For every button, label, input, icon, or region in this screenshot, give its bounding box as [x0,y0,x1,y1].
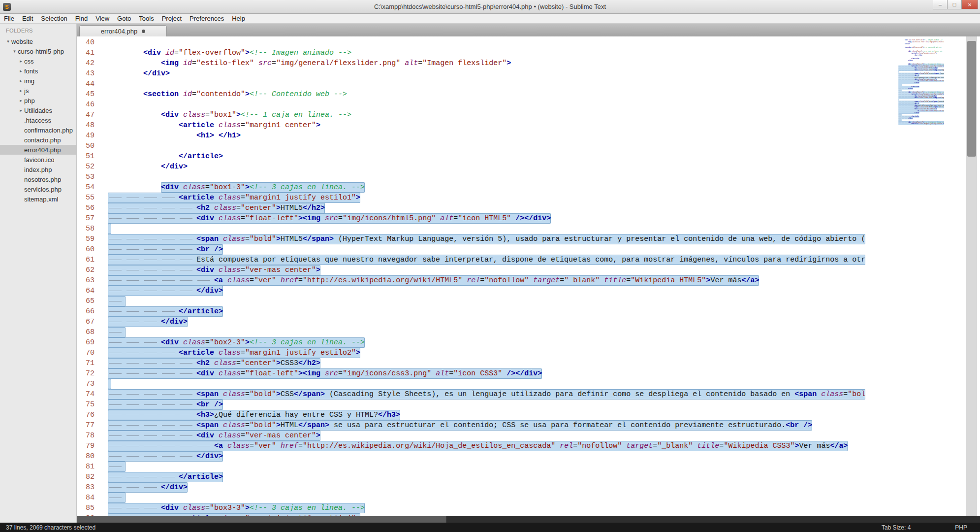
code-line[interactable]: 75<br /> [77,399,980,410]
code-line[interactable]: 62<div class="ver-mas center"> [77,265,980,275]
line-content: <div class="box1-3"><!-- 3 cajas en line… [101,182,365,193]
menu-tools[interactable]: Tools [135,14,158,23]
tree-item-img[interactable]: ▸img [0,76,76,86]
code-line[interactable]: 53 [77,172,980,182]
menu-file[interactable]: File [0,14,18,23]
maximize-button[interactable]: □ [947,0,962,9]
code-line[interactable]: 50 [77,141,980,151]
code-line[interactable]: 85<div class="box3-3"><!-- 3 cajas en li… [77,503,980,513]
code-line[interactable]: 71<h2 class="center">CSS3</h2> [77,358,980,368]
code-line[interactable]: 65 [77,296,980,306]
code-line[interactable]: 70<article class="margin1 justify estilo… [77,348,980,358]
code-line[interactable]: 72<div class="float-left"><img src="img/… [77,368,980,379]
code-line[interactable]: 44 [77,79,980,89]
code-line[interactable]: 46 [77,100,980,110]
code-line[interactable]: 84 [77,493,980,503]
chevron-right-icon[interactable]: ▸ [18,68,24,73]
tree-item-contacto-php[interactable]: contacto.php [0,135,76,145]
code-line[interactable]: 56<h2 class="center">HTML5</h2> [77,203,980,213]
tree-item-index-php[interactable]: index.php [0,165,76,174]
menu-goto[interactable]: Goto [113,14,135,23]
minimize-button[interactable]: – [933,0,948,9]
code-line[interactable]: 80</div> [77,451,980,462]
vertical-scrollbar[interactable] [966,36,977,516]
tab-error404-php[interactable]: error404.php [79,25,167,36]
code-line[interactable]: 77<span class="bold">HTML</span> se usa … [77,420,980,431]
code-line[interactable]: 76<h3>¿Qué diferencia hay entre CSS y HT… [77,410,980,420]
code-lines[interactable]: 4041<div id="flex-overflow"><!-- Imagen … [77,36,980,516]
tree-item-favicon-ico[interactable]: favicon.ico [0,155,76,165]
tree-item-css[interactable]: ▸css [0,56,76,66]
code-line[interactable]: 69<div class="box2-3"><!-- 3 cajas en li… [77,337,980,348]
line-content: <div class="box2-3"><!-- 3 cajas en line… [101,337,365,348]
code-line[interactable]: 54<div class="box1-3"><!-- 3 cajas en li… [77,182,980,193]
menu-preferences[interactable]: Preferences [186,14,228,23]
code-line[interactable]: 63<a class="ver" href="http://es.wikiped… [77,275,980,286]
line-number: 64 [77,286,101,296]
horizontal-scrollbar-thumb[interactable] [77,516,447,523]
code-line[interactable]: 57<div class="float-left"><img src="img/… [77,213,980,224]
code-line[interactable]: 59<span class="bold">HTML5</span> (Hyper… [77,234,980,244]
code-line[interactable]: 51</article> [77,151,980,162]
line-number: 76 [77,410,101,420]
tree-item-error404-php[interactable]: error404.php [0,145,76,155]
code-line[interactable]: 49<h1> </h1> [77,131,980,141]
code-line[interactable]: 66</article> [77,306,980,317]
code-line[interactable]: 64</div> [77,286,980,296]
code-line[interactable]: 58 [77,224,980,234]
code-line[interactable]: 74<span class="bold">CSS</span> (Cascadi… [77,389,980,399]
code-line[interactable]: 42<img id="estilo-flex" src="img/general… [77,58,980,68]
code-line[interactable]: 55<article class="margin1 justify estilo… [77,193,980,203]
code-line[interactable]: 73 [77,379,980,389]
code-line[interactable]: 68 [77,327,980,337]
code-line[interactable]: 83</div> [77,482,980,493]
code-line[interactable]: 40 [77,37,980,48]
app-icon[interactable]: S [3,3,11,11]
chevron-right-icon[interactable]: ▸ [18,98,24,103]
tab-size-indicator[interactable]: Tab Size: 4 [882,524,911,531]
code-line[interactable]: 43</div> [77,68,980,79]
code-line[interactable]: 81 [77,462,980,472]
tree-item--htaccess[interactable]: .htaccess [0,115,76,125]
title-bar[interactable]: S C:\xampp\htdocs\website\curso-html5-ph… [0,0,980,14]
code-line[interactable]: 60<br /> [77,244,980,255]
tree-item-sitemap-xml[interactable]: sitemap.xml [0,194,76,204]
close-button[interactable]: × [961,0,978,9]
code-line[interactable]: 48<article class="margin1 center"> [77,120,980,131]
tree-item-fonts[interactable]: ▸fonts [0,66,76,76]
code-line[interactable]: 67</div> [77,317,980,327]
code-line[interactable]: 78<div class="ver-mas center"> [77,431,980,441]
horizontal-scrollbar[interactable] [77,516,980,523]
tree-item-nosotros-php[interactable]: nosotros.php [0,174,76,184]
code-line[interactable]: 82</article> [77,472,980,482]
menu-project[interactable]: Project [158,14,186,23]
code-line[interactable]: 45<section id="contenido"><!-- Contenido… [77,89,980,100]
chevron-right-icon[interactable]: ▸ [18,88,24,93]
minimap[interactable]: <div id="flex-overflow"><!-- Imagen anim… [897,36,944,516]
menu-help[interactable]: Help [228,14,249,23]
syntax-indicator[interactable]: PHP [955,524,967,531]
menu-edit[interactable]: Edit [18,14,37,23]
tree-item-utilidades[interactable]: ▸Utilidades [0,105,76,115]
chevron-right-icon[interactable]: ▸ [18,59,24,64]
tree-item-curso-html5-php[interactable]: ▾curso-html5-php [0,46,76,56]
chevron-down-icon[interactable]: ▾ [11,49,18,54]
code-line[interactable]: 47<div class="box1"><!-- 1 caja en linea… [77,110,980,120]
vertical-scrollbar-thumb[interactable] [967,41,976,157]
tree-item-website[interactable]: ▾website [0,36,76,46]
code-line[interactable]: 79<a class="ver" href="http://es.wikiped… [77,441,980,451]
line-content: <article class="margin1 center"> [101,120,320,131]
tree-item-php[interactable]: ▸php [0,96,76,105]
tree-item-confirmacion-php[interactable]: confirmacion.php [0,125,76,135]
tree-item-servicios-php[interactable]: servicios.php [0,184,76,194]
tree-item-js[interactable]: ▸js [0,86,76,96]
code-line[interactable]: 52</div> [77,162,980,172]
menu-view[interactable]: View [92,14,113,23]
code-line[interactable]: 41<div id="flex-overflow"><!-- Imagen an… [77,48,980,58]
chevron-right-icon[interactable]: ▸ [18,108,24,113]
menu-find[interactable]: Find [71,14,92,23]
code-line[interactable]: 61Está compuesta por etiquetas que nuest… [77,255,980,265]
chevron-right-icon[interactable]: ▸ [18,78,24,83]
menu-selection[interactable]: Selection [37,14,71,23]
chevron-down-icon[interactable]: ▾ [5,39,11,44]
